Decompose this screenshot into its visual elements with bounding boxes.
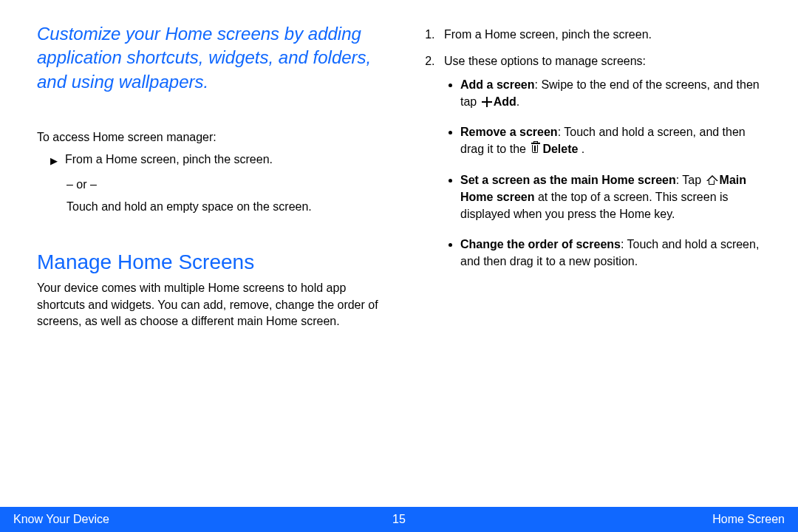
footer-right: Home Screen [712,513,785,526]
option-main-home-screen: Set a screen as the main Home screen: Ta… [460,171,761,223]
instruction-row: ▶ From a Home screen, pinch the screen. [50,153,381,169]
document-page: Customize your Home screens by adding ap… [0,0,798,532]
instruction-text: From a Home screen, pinch the screen. [65,153,273,166]
content-area: Customize your Home screens by adding ap… [0,0,798,495]
option-after: . [578,143,584,155]
trash-icon [531,143,541,154]
right-column: From a Home screen, pinch the screen. Us… [417,22,761,495]
access-intro-label: To access Home screen manager: [37,131,381,144]
instruction-body: From a Home screen, pinch the screen. [65,153,381,166]
option-tail: Delete [542,143,578,155]
option-label: Change the order of screens [460,238,621,250]
arrow-icon: ▶ [50,153,58,169]
step-item: Use these options to manage screens: Add… [438,53,761,270]
plus-icon [482,97,492,107]
section-body: Your device comes with multiple Home scr… [37,280,381,330]
option-after: . [516,95,519,108]
option-label: Add a screen [460,78,534,91]
footer-page-number: 15 [392,513,406,526]
lead-paragraph: Customize your Home screens by adding ap… [37,22,381,94]
option-change-order: Change the order of screens: Touch and h… [460,236,761,270]
option-label: Remove a screen [460,126,558,138]
option-pre: : Tap [676,174,705,186]
home-icon [706,175,718,185]
step-text: From a Home screen, pinch the screen. [444,28,652,41]
instruction-alt: Touch and hold an empty space on the scr… [66,200,381,214]
option-label: Set a screen as the main Home screen [460,174,676,186]
step-text: Use these options to manage screens: [444,55,646,67]
option-add-screen: Add a screen: Swipe to the end of the sc… [460,76,761,110]
or-separator: – or – [66,178,381,191]
step-item: From a Home screen, pinch the screen. [438,27,761,43]
steps-list: From a Home screen, pinch the screen. Us… [417,27,761,270]
left-column: Customize your Home screens by adding ap… [37,22,381,495]
footer-left: Know Your Device [13,513,109,526]
section-heading: Manage Home Screens [37,250,381,274]
option-remove-screen: Remove a screen: Touch and hold a screen… [460,123,761,157]
page-footer: Know Your Device 15 Home Screen [0,507,798,532]
options-list: Add a screen: Swipe to the end of the sc… [444,76,761,270]
option-tail: Add [494,95,516,108]
